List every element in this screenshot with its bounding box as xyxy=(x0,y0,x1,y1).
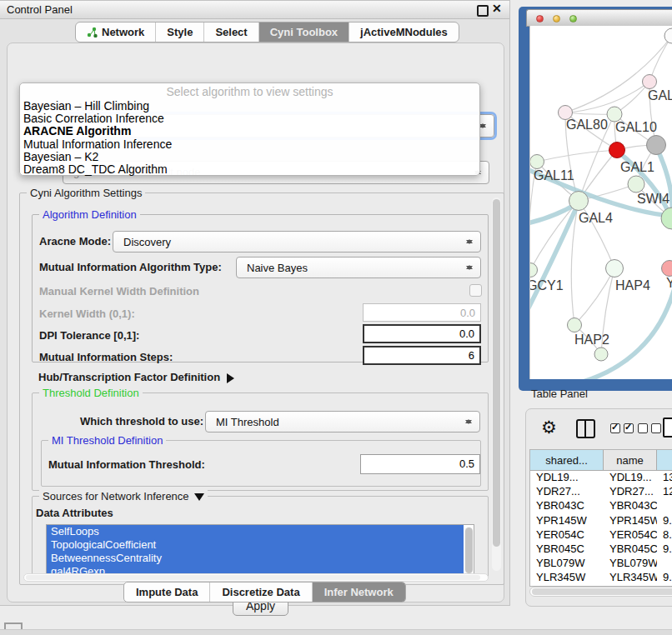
attribute-item[interactable]: BetweennessCentrality xyxy=(47,552,464,565)
network-node[interactable] xyxy=(647,136,666,155)
close-traffic-light-icon[interactable] xyxy=(536,15,544,22)
table-cell: YBL079W xyxy=(530,557,604,571)
algorithm-option[interactable]: Bayesian – Hill Climbing xyxy=(20,100,479,112)
deselect-all-icon[interactable] xyxy=(638,423,661,433)
table-cell: 9. xyxy=(657,514,672,528)
page-icon[interactable] xyxy=(663,418,672,438)
algorithm-option[interactable]: Mutual Information Inference xyxy=(20,138,479,151)
table-cell: YER054C xyxy=(604,528,657,542)
network-node-hap4[interactable] xyxy=(606,260,624,278)
control-panel-window: Control Panel ✕ NetworkStyleSelectCyni T… xyxy=(0,0,510,606)
data-attributes-label: Data Attributes xyxy=(36,507,113,519)
algorithm-option[interactable]: Basic Correlation Inference xyxy=(20,112,479,125)
table-row[interactable]: YBR043CYBR043C xyxy=(530,499,672,513)
table-cell: YDL19... xyxy=(530,471,604,485)
bottom-tab-impute-data[interactable]: Impute Data xyxy=(124,582,209,602)
settings-horizontal-scrollbar[interactable] xyxy=(23,573,489,582)
node-label: GAL10 xyxy=(615,120,657,134)
bottom-tab-discretize-data[interactable]: Discretize Data xyxy=(209,582,311,602)
algorithm-option[interactable]: Dream8 DC_TDC Algorithm xyxy=(20,163,479,176)
table-row[interactable]: YBL079WYBL079W xyxy=(530,557,672,571)
network-node-gal7[interactable] xyxy=(643,75,657,89)
tab-style[interactable]: Style xyxy=(155,22,203,42)
minimize-traffic-light-icon[interactable] xyxy=(553,15,560,22)
split-view-icon[interactable] xyxy=(576,419,595,438)
table-cell: YBR045C xyxy=(604,542,657,557)
which-threshold-label: Which threshold to use: xyxy=(80,415,203,428)
node-table[interactable]: shared...nameA YDL19...YDL19...13YDR27..… xyxy=(529,449,672,587)
table-row[interactable]: YDL19...YDL19...13 xyxy=(530,471,672,485)
kernel-width-label: Kernel Width (0,1): xyxy=(39,308,135,320)
network-node-gal4[interactable] xyxy=(569,192,589,211)
table-cell: YLR345W xyxy=(604,571,657,585)
bottom-tab-infer-network[interactable]: Infer Network xyxy=(312,582,405,602)
close-icon[interactable]: ✕ xyxy=(492,2,502,15)
collapse-arrow-icon xyxy=(227,373,239,383)
which-threshold-combo[interactable]: MI Threshold xyxy=(205,411,480,432)
network-node-gal1[interactable] xyxy=(609,142,625,158)
table-cell: 13 xyxy=(657,471,672,485)
attributes-scrollbar[interactable] xyxy=(464,527,473,575)
table-row[interactable]: YLR345WYLR345W9. xyxy=(530,571,672,585)
aracne-mode-combo[interactable]: Discovery xyxy=(113,231,481,252)
mi-threshold-field[interactable]: 0.5 xyxy=(360,454,480,474)
mi-threshold-definition-title: MI Threshold Definition xyxy=(48,434,166,447)
network-node[interactable] xyxy=(664,28,672,43)
manual-kernel-label: Manual Kernel Width Definition xyxy=(39,285,199,298)
tab-cyni-toolbox[interactable]: Cyni Toolbox xyxy=(258,22,349,42)
node-label: HAP2 xyxy=(574,332,609,347)
algorithm-option[interactable]: Bayesian – K2 xyxy=(20,151,479,163)
table-cell: YBR043C xyxy=(530,499,604,513)
float-window-icon[interactable] xyxy=(477,5,489,17)
node-label: SWI4 xyxy=(637,192,669,206)
settings-vertical-scrollbar[interactable] xyxy=(492,198,501,571)
network-node-y[interactable] xyxy=(662,261,672,277)
table-row[interactable]: YER054CYER054C8. xyxy=(530,528,672,542)
kernel-width-field[interactable]: 0.0 xyxy=(363,303,481,322)
table-horizontal-scrollbar[interactable] xyxy=(529,587,672,597)
network-titlebar[interactable] xyxy=(526,9,672,27)
table-cell xyxy=(657,557,672,571)
network-node-swi4[interactable] xyxy=(628,176,644,192)
column-header[interactable]: A xyxy=(657,450,672,471)
network-node[interactable] xyxy=(594,348,608,361)
network-node-hap2[interactable] xyxy=(568,318,582,332)
network-icon xyxy=(87,27,98,38)
network-edge[interactable] xyxy=(537,150,617,162)
algorithm-definition-title: Algorithm Definition xyxy=(39,208,140,221)
gear-icon[interactable]: ⚙ xyxy=(541,418,557,438)
node-label: GAL11 xyxy=(534,168,574,182)
network-node-gal11[interactable] xyxy=(530,155,544,169)
hub-definition-toggle[interactable]: Hub/Transcription Factor Definition xyxy=(38,371,239,383)
network-graph: GAL7GAL80GAL10GAL1GAL11SWI4GAL4GCY1HAP4Y… xyxy=(530,26,672,379)
sources-title[interactable]: Sources for Network Inference xyxy=(39,490,208,506)
select-all-icon[interactable] xyxy=(610,423,634,433)
algorithm-option[interactable]: ARACNE Algorithm xyxy=(20,125,479,138)
threshold-definition-title: Threshold Definition xyxy=(39,387,143,399)
mi-steps-field[interactable]: 6 xyxy=(363,346,481,365)
network-node-gcy1[interactable] xyxy=(530,263,538,278)
tab-jactivemnodules[interactable]: jActiveMNodules xyxy=(349,22,459,42)
tab-network[interactable]: Network xyxy=(76,22,155,42)
dpi-tolerance-field[interactable]: 0.0 xyxy=(363,324,481,343)
table-row[interactable]: YBR045CYBR045C9. xyxy=(530,542,672,557)
table-cell: 9. xyxy=(657,571,672,585)
network-canvas[interactable]: GAL7GAL80GAL10GAL1GAL11SWI4GAL4GCY1HAP4Y… xyxy=(529,26,672,379)
control-panel-title: Control Panel xyxy=(7,3,73,16)
aracne-mode-label: Aracne Mode: xyxy=(39,235,111,248)
mi-type-combo[interactable]: Naive Bayes xyxy=(236,257,481,278)
attribute-item[interactable]: TopologicalCoefficient xyxy=(47,538,464,552)
table-row[interactable]: YDR27...YDR27...12 xyxy=(530,485,672,499)
zoom-traffic-light-icon[interactable] xyxy=(569,15,577,22)
column-header[interactable]: shared... xyxy=(530,450,604,471)
manual-kernel-checkbox[interactable] xyxy=(469,284,482,297)
table-row[interactable]: YPR145WYPR145W9. xyxy=(530,514,672,528)
attribute-item[interactable]: SelfLoops xyxy=(47,525,464,538)
table-cell: YBR043C xyxy=(604,499,657,513)
sources-group: Sources for Network Inference Data Attri… xyxy=(32,496,489,579)
column-header[interactable]: name xyxy=(604,450,657,471)
table-cell: YLR345W xyxy=(530,571,604,585)
stepper-arrows-icon xyxy=(466,262,473,273)
tab-select[interactable]: Select xyxy=(203,22,258,42)
data-attributes-list[interactable]: SelfLoopsTopologicalCoefficientBetweenne… xyxy=(46,524,474,578)
